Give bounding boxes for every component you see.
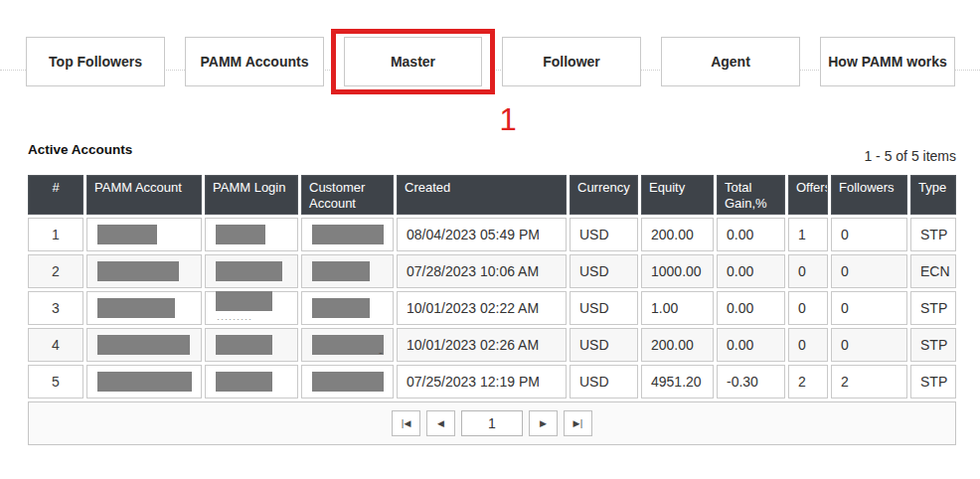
pamm-account-cell bbox=[86, 291, 202, 325]
redacted-customer-account bbox=[312, 335, 384, 355]
followers-cell: 2 bbox=[831, 365, 907, 399]
tab-follower[interactable]: Follower bbox=[502, 37, 641, 86]
pamm-account-cell bbox=[86, 254, 202, 288]
redacted-pamm-login bbox=[216, 261, 282, 281]
active-accounts-table: #PAMM AccountPAMM LoginCustomer AccountC… bbox=[28, 175, 956, 445]
items-count-label: 1 - 5 of 5 items bbox=[864, 148, 956, 164]
page: Top FollowersPAMM AccountsMasterFollower… bbox=[0, 0, 980, 479]
followers-cell: 0 bbox=[831, 291, 907, 325]
created-cell: 07/28/2023 10:06 AM bbox=[397, 254, 567, 288]
type-cell: STP bbox=[910, 328, 956, 362]
redacted-pamm-account bbox=[97, 335, 190, 355]
created-value: 10/01/2023 02:22 AM bbox=[407, 300, 539, 316]
row-number-cell: 5 bbox=[28, 365, 83, 399]
first-page-button[interactable]: |◀ bbox=[392, 410, 420, 436]
currency-value: USD bbox=[579, 374, 609, 390]
row-number: 3 bbox=[52, 300, 60, 316]
currency-cell: USD bbox=[570, 291, 638, 325]
row-number-cell: 4 bbox=[28, 328, 83, 362]
customer-account-cell bbox=[301, 218, 394, 251]
customer-account-cell bbox=[301, 291, 394, 325]
equity-cell: 1000.00 bbox=[641, 254, 714, 288]
created-cell: 10/01/2023 02:26 AM bbox=[397, 328, 567, 362]
offers-cell: 0 bbox=[788, 328, 828, 362]
offers-value: 1 bbox=[798, 227, 806, 242]
total-gain-value: 0.00 bbox=[727, 227, 753, 242]
offers-cell: 0 bbox=[788, 291, 828, 325]
tab-master[interactable]: Master bbox=[344, 37, 482, 86]
created-value: 07/25/2023 12:19 PM bbox=[407, 374, 540, 390]
offers-cell: 1 bbox=[788, 218, 828, 251]
total-gain-cell: 0.00 bbox=[717, 254, 785, 288]
prev-page-button[interactable]: ◀ bbox=[426, 410, 455, 436]
total-gain-value: -0.30 bbox=[727, 374, 758, 390]
currency-cell: USD bbox=[570, 254, 638, 288]
pamm-login-cell bbox=[205, 254, 298, 288]
type-value: STP bbox=[920, 227, 947, 242]
redacted-pamm-account bbox=[97, 261, 179, 281]
total-gain-cell: 0.00 bbox=[717, 218, 785, 251]
page-number-input[interactable] bbox=[461, 410, 523, 436]
column-header-pamm-login: PAMM Login bbox=[205, 175, 298, 215]
column-header-offers: Offers bbox=[788, 175, 828, 215]
redacted-pamm-login bbox=[216, 291, 272, 311]
column-header-followers: Followers bbox=[831, 175, 907, 215]
currency-value: USD bbox=[579, 300, 609, 316]
offers-cell: 2 bbox=[788, 365, 828, 399]
equity-value: 1.00 bbox=[651, 300, 678, 316]
pamm-login-cell: ········· bbox=[205, 291, 298, 325]
pamm-account-cell bbox=[86, 365, 202, 399]
type-value: ECN bbox=[920, 263, 950, 279]
created-cell: 07/25/2023 12:19 PM bbox=[397, 365, 567, 399]
equity-value: 1000.00 bbox=[651, 263, 702, 279]
pamm-account-cell bbox=[86, 218, 202, 251]
row-number-cell: 2 bbox=[28, 254, 83, 288]
tab-pamm-accounts[interactable]: PAMM Accounts bbox=[185, 37, 324, 86]
pagination-bar: |◀ ◀ ▶ ▶| bbox=[28, 401, 956, 445]
redaction-remnant-dash: - bbox=[379, 346, 383, 360]
tab-agent[interactable]: Agent bbox=[661, 37, 800, 86]
last-page-button[interactable]: ▶| bbox=[564, 410, 592, 436]
total-gain-value: 0.00 bbox=[727, 337, 753, 353]
section-title: Active Accounts bbox=[28, 142, 132, 157]
redaction-ghost-text: ········· bbox=[217, 316, 252, 322]
equity-cell: 200.00 bbox=[641, 218, 714, 251]
redacted-customer-account bbox=[312, 261, 370, 281]
redacted-pamm-account bbox=[97, 225, 157, 244]
redacted-customer-account bbox=[312, 225, 384, 244]
followers-value: 0 bbox=[841, 337, 849, 353]
equity-cell: 200.00 bbox=[641, 328, 714, 362]
pamm-account-cell bbox=[86, 328, 202, 362]
redacted-pamm-account bbox=[97, 298, 175, 318]
redacted-pamm-login bbox=[216, 335, 272, 355]
annotation-step-number: 1 bbox=[492, 102, 524, 138]
redacted-customer-account bbox=[312, 372, 384, 392]
column-header-type: Type bbox=[910, 175, 956, 215]
redacted-pamm-account bbox=[97, 372, 192, 392]
tab-top-followers[interactable]: Top Followers bbox=[26, 37, 165, 86]
column-header-currency: Currency bbox=[570, 175, 638, 215]
followers-value: 0 bbox=[841, 227, 849, 242]
created-cell: 10/01/2023 02:22 AM bbox=[397, 291, 567, 325]
currency-value: USD bbox=[579, 337, 609, 353]
type-cell: STP bbox=[910, 291, 956, 325]
type-value: STP bbox=[920, 337, 947, 353]
offers-value: 2 bbox=[798, 374, 806, 390]
type-cell: STP bbox=[910, 218, 956, 251]
total-gain-cell: 0.00 bbox=[717, 328, 785, 362]
pamm-login-cell bbox=[205, 328, 298, 362]
created-cell: 08/04/2023 05:49 PM bbox=[397, 218, 567, 251]
next-page-button[interactable]: ▶ bbox=[529, 410, 558, 436]
offers-value: 0 bbox=[798, 263, 806, 279]
row-number: 1 bbox=[52, 227, 60, 242]
created-value: 10/01/2023 02:26 AM bbox=[407, 337, 539, 353]
row-number: 5 bbox=[52, 374, 60, 390]
customer-account-cell bbox=[301, 254, 394, 288]
followers-value: 0 bbox=[841, 263, 849, 279]
pamm-login-cell bbox=[205, 365, 298, 399]
pamm-nav-tabs: Top FollowersPAMM AccountsMasterFollower… bbox=[26, 29, 955, 94]
tab-how-pamm-works[interactable]: How PAMM works bbox=[820, 37, 955, 86]
created-value: 07/28/2023 10:06 AM bbox=[407, 263, 539, 279]
equity-cell: 1.00 bbox=[641, 291, 714, 325]
row-number: 2 bbox=[52, 263, 60, 279]
